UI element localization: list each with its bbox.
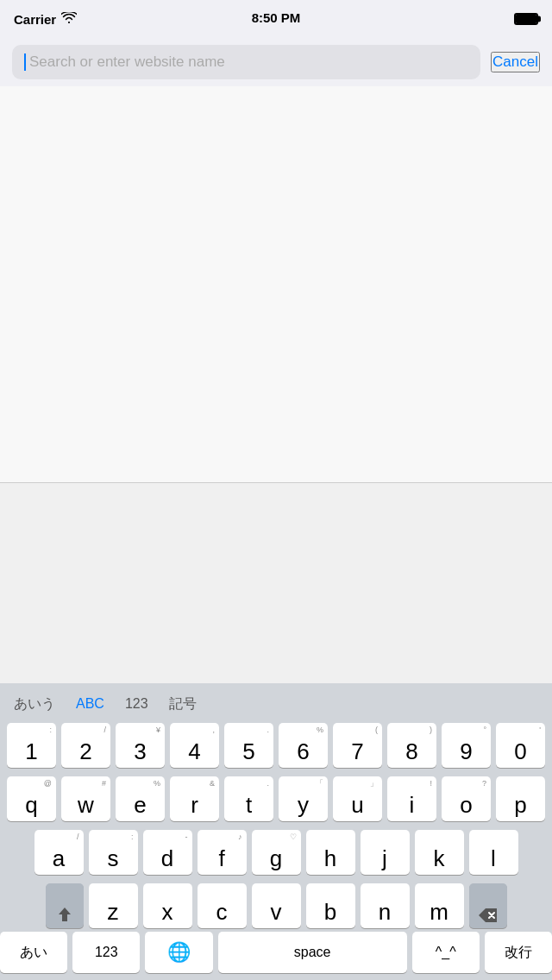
key-j[interactable]: j: [361, 830, 410, 875]
key-b[interactable]: b: [306, 883, 355, 928]
key-2[interactable]: /2: [61, 723, 110, 768]
key-space[interactable]: space: [218, 932, 407, 973]
key-e[interactable]: %e: [116, 776, 165, 821]
key-v[interactable]: v: [252, 883, 301, 928]
key-4[interactable]: ,4: [170, 723, 219, 768]
key-d[interactable]: -d: [143, 830, 192, 875]
key-9[interactable]: °9: [442, 723, 491, 768]
key-a[interactable]: /a: [34, 830, 84, 875]
key-row-numbers: :1/2¥3,4.5%6(7)8°9'0: [3, 723, 549, 768]
wifi-icon: [61, 12, 77, 27]
key-f[interactable]: ♪f: [198, 830, 247, 875]
kb-type-abc[interactable]: ABC: [76, 696, 104, 712]
key-l[interactable]: l: [469, 830, 518, 875]
key-1[interactable]: :1: [7, 723, 56, 768]
key-h[interactable]: h: [306, 830, 355, 875]
key-r[interactable]: &r: [170, 776, 219, 821]
key-p[interactable]: p: [496, 776, 545, 821]
status-bar: Carrier 8:50 PM: [0, 0, 552, 38]
key-u[interactable]: 」u: [333, 776, 382, 821]
key-row-asdf: /a:s-d♪f♡ghjkl: [3, 830, 549, 875]
key-n[interactable]: n: [361, 883, 410, 928]
key-z[interactable]: z: [89, 883, 138, 928]
key-globe[interactable]: 🌐: [145, 932, 212, 973]
key-s[interactable]: :s: [89, 830, 138, 875]
search-input-wrapper[interactable]: Search or enter website name: [12, 45, 480, 79]
key-y[interactable]: 「y: [279, 776, 328, 821]
key-8[interactable]: )8: [387, 723, 436, 768]
shift-key[interactable]: [46, 883, 84, 928]
key-return[interactable]: 改行: [485, 932, 552, 973]
key-6[interactable]: %6: [279, 723, 328, 768]
key-c[interactable]: c: [198, 883, 247, 928]
backspace-key[interactable]: [469, 883, 507, 928]
key-caret[interactable]: ^_^: [412, 932, 480, 973]
battery-icon: [514, 13, 538, 25]
key-m[interactable]: m: [415, 883, 464, 928]
keyboard-rows: :1/2¥3,4.5%6(7)8°9'0 @q#w%e&r.t「y」u!i?op…: [0, 723, 552, 932]
key-row-qwerty: @q#w%e&r.t「y」u!i?op: [3, 776, 549, 821]
key-5[interactable]: .5: [224, 723, 273, 768]
key-3[interactable]: ¥3: [116, 723, 165, 768]
key-0[interactable]: '0: [496, 723, 545, 768]
battery-fill: [516, 15, 536, 23]
keyboard-type-row: あいう ABC 123 記号: [0, 683, 552, 723]
key-w[interactable]: #w: [61, 776, 110, 821]
time-display: 8:50 PM: [252, 10, 301, 25]
key-k[interactable]: k: [415, 830, 464, 875]
key-i[interactable]: !i: [387, 776, 436, 821]
search-placeholder: Search or enter website name: [29, 53, 225, 71]
content-area: [0, 86, 552, 483]
key-x[interactable]: x: [143, 883, 192, 928]
carrier-info: Carrier: [14, 12, 77, 27]
key-q[interactable]: @q: [7, 776, 56, 821]
key-num-switch[interactable]: 123: [72, 932, 140, 973]
status-right: [514, 13, 538, 25]
search-bar-area: Search or enter website name Cancel: [0, 38, 552, 86]
keyboard: あいう ABC 123 記号 :1/2¥3,4.5%6(7)8°9'0 @q#w…: [0, 683, 552, 980]
text-cursor: [24, 53, 26, 71]
key-t[interactable]: .t: [224, 776, 273, 821]
key-7[interactable]: (7: [333, 723, 382, 768]
key-row-zxcvbnm: zxcvbnm: [3, 883, 549, 928]
cancel-button[interactable]: Cancel: [491, 52, 540, 72]
key-o[interactable]: ?o: [442, 776, 491, 821]
kb-type-kigo[interactable]: 記号: [169, 695, 197, 713]
kb-type-123[interactable]: 123: [125, 696, 148, 712]
key-aiueo[interactable]: あい: [0, 932, 67, 973]
key-g[interactable]: ♡g: [252, 830, 301, 875]
keyboard-bottom-row: あい 123 🌐 space ^_^ 改行: [0, 932, 552, 980]
carrier-label: Carrier: [14, 12, 56, 27]
kb-type-aiueo[interactable]: あいう: [14, 695, 55, 713]
